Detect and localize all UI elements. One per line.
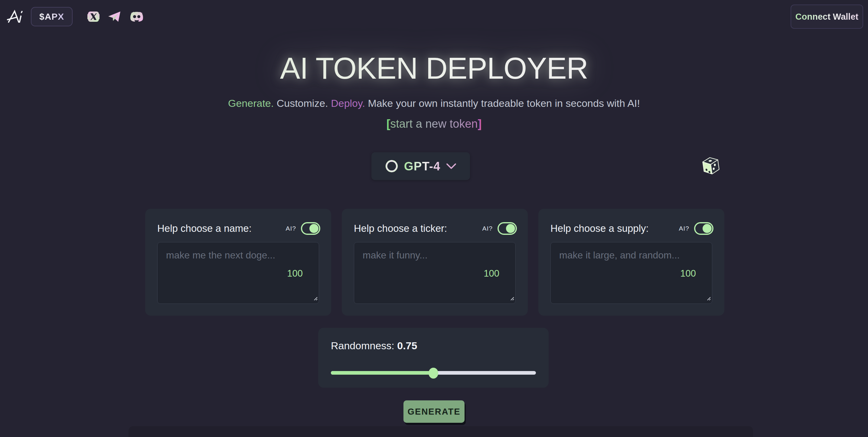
- ai-toggle[interactable]: [301, 222, 320, 235]
- randomness-card: Randomness: 0.75: [318, 328, 549, 388]
- start-link-label: start a new token: [390, 117, 477, 130]
- bracket-close: ]: [478, 117, 482, 130]
- next-section-edge: [128, 426, 753, 437]
- supply-card-label: Help choose a supply:: [551, 223, 649, 234]
- header: $APX: [0, 0, 868, 33]
- randomness-label: Randomness: 0.75: [331, 340, 536, 352]
- ticker-prompt-input[interactable]: [354, 242, 516, 304]
- supply-card: Help choose a supply: AI? 100: [538, 209, 724, 316]
- chevron-down-icon: [446, 163, 457, 170]
- subtitle-rest: Make your own instantly tradeable token …: [365, 97, 640, 109]
- slider-knob[interactable]: [429, 368, 438, 379]
- model-select-label: GPT-4: [404, 159, 441, 173]
- name-input-wrap: 100: [157, 242, 320, 304]
- x-icon[interactable]: [87, 10, 100, 23]
- ai-toggle[interactable]: [694, 222, 713, 235]
- ticker-input-wrap: 100: [354, 242, 517, 304]
- apx-token-label: $APX: [39, 11, 64, 22]
- supply-card-header: Help choose a supply: AI?: [551, 222, 713, 235]
- name-card: Help choose a name: AI? 100: [145, 209, 331, 316]
- discord-icon[interactable]: [129, 10, 144, 23]
- name-card-header: Help choose a name: AI?: [157, 222, 320, 235]
- connect-wallet-label: Connect Wallet: [796, 12, 858, 22]
- ticker-card-header: Help choose a ticker: AI?: [354, 222, 517, 235]
- randomness-value: 0.75: [397, 340, 417, 351]
- social-links: [87, 10, 144, 23]
- openai-icon: [385, 159, 399, 173]
- page-title: AI TOKEN DEPLOYER: [0, 51, 868, 86]
- ai-label: AI?: [679, 225, 689, 232]
- name-card-label: Help choose a name:: [157, 223, 252, 234]
- toggle-knob: [309, 224, 318, 233]
- model-select-dropdown[interactable]: GPT-4: [371, 152, 470, 180]
- ai-toggle-group: AI?: [482, 222, 517, 235]
- subtitle-customize: Customize.: [274, 97, 328, 109]
- name-prompt-input[interactable]: [157, 242, 319, 304]
- subtitle-deploy: Deploy.: [328, 97, 365, 109]
- toggle-knob: [506, 224, 515, 233]
- subtitle: Generate. Customize. Deploy. Make your o…: [0, 97, 868, 109]
- telegram-icon[interactable]: [108, 10, 122, 23]
- ai-toggle-group: AI?: [285, 222, 320, 235]
- supply-prompt-input[interactable]: [551, 242, 712, 304]
- connect-wallet-button[interactable]: Connect Wallet: [790, 4, 863, 29]
- slider-fill: [331, 371, 433, 375]
- ai-toggle-group: AI?: [679, 222, 713, 235]
- ticker-card-label: Help choose a ticker:: [354, 223, 447, 234]
- ai-label: AI?: [482, 225, 493, 232]
- ai-label: AI?: [285, 225, 296, 232]
- start-new-token-link[interactable]: [start a new token]: [0, 117, 868, 130]
- subtitle-generate: Generate.: [228, 97, 274, 109]
- supply-input-wrap: 100: [551, 242, 713, 304]
- ticker-card: Help choose a ticker: AI? 100: [342, 209, 528, 316]
- app-logo-icon[interactable]: [7, 8, 24, 25]
- bracket-open: [: [386, 117, 391, 130]
- apx-token-badge[interactable]: $APX: [31, 7, 72, 26]
- dice-icon[interactable]: [701, 156, 722, 177]
- ai-toggle[interactable]: [497, 222, 517, 235]
- generate-button[interactable]: GENERATE: [403, 400, 465, 423]
- toggle-knob: [703, 224, 712, 233]
- randomness-slider[interactable]: [331, 368, 536, 378]
- randomness-label-text: Randomness:: [331, 340, 394, 351]
- page: $APX: [0, 0, 868, 437]
